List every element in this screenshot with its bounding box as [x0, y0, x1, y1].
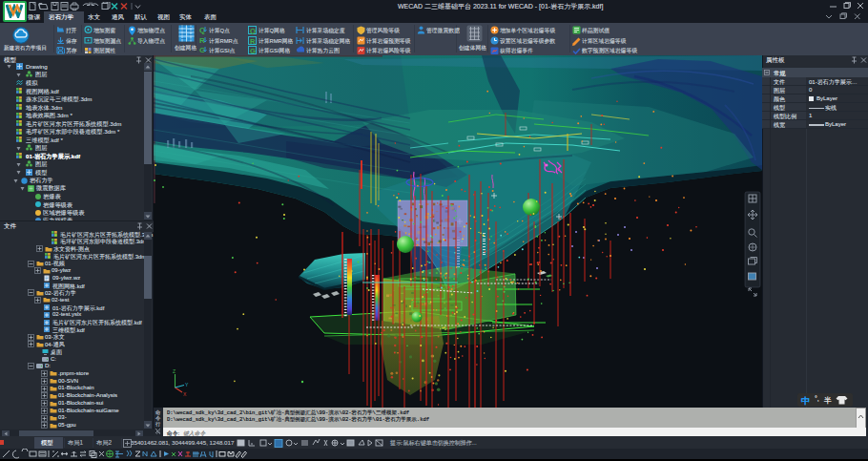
svg-text:G: G	[199, 46, 205, 54]
svg-text:Q: Q	[199, 26, 205, 34]
svg-text:Z: Z	[173, 368, 176, 374]
svg-text:G: G	[250, 47, 256, 55]
svg-text:Q: Q	[250, 27, 256, 35]
svg-text:R: R	[250, 36, 256, 45]
